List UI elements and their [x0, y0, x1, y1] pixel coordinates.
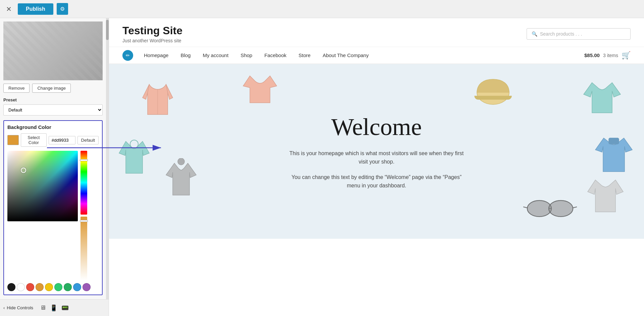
color-gradient[interactable]: [7, 151, 78, 221]
opacity-handle: [80, 220, 88, 222]
swatch-purple[interactable]: [83, 283, 91, 291]
color-hex-input[interactable]: [49, 136, 75, 144]
nav-bar: ✏ Homepage Blog My account Shop Facebook…: [109, 47, 644, 64]
hide-controls-label: Hide Controls: [7, 305, 33, 310]
nav-facebook[interactable]: Facebook: [258, 47, 292, 63]
close-button[interactable]: ✕: [3, 4, 14, 14]
clothing-hoodie-left: [112, 135, 156, 178]
edit-pencil-button[interactable]: ✏: [122, 50, 133, 61]
tablet-icon[interactable]: 📱: [50, 304, 57, 312]
color-swatches-row: [7, 283, 99, 291]
clothing-tshirt-bottomright: [584, 175, 627, 219]
clothing-figure-bottomleft: [159, 158, 203, 202]
svg-line-7: [523, 207, 527, 208]
left-panel: Remove Change image Preset Default Light…: [0, 18, 109, 316]
site-title-area: Testing Site Just another WordPress site: [122, 25, 182, 43]
hue-slider-container: [80, 151, 87, 280]
image-preview: [3, 21, 103, 80]
swatch-black[interactable]: [7, 283, 15, 291]
color-controls: Select Color Default: [7, 133, 99, 147]
hue-slider[interactable]: [80, 151, 87, 215]
site-header: Testing Site Just another WordPress site…: [109, 18, 644, 47]
clothing-polo-right: [590, 131, 637, 178]
swatch-yellow[interactable]: [45, 283, 53, 291]
hero-subtitle: This is your homepage which is what most…: [289, 149, 464, 166]
nav-homepage[interactable]: Homepage: [138, 47, 174, 63]
search-box[interactable]: 🔍 Search products . . .: [527, 28, 631, 40]
picker-circle: [21, 168, 26, 173]
nav-blog[interactable]: Blog: [174, 47, 197, 63]
swatch-red[interactable]: [26, 283, 34, 291]
color-swatch[interactable]: [7, 135, 19, 145]
hero-title: Welcome: [289, 113, 464, 141]
nav-about[interactable]: About The Company: [317, 47, 375, 63]
settings-button[interactable]: ⚙: [57, 3, 68, 15]
change-image-button[interactable]: Change image: [32, 84, 71, 93]
preset-select[interactable]: Default Light Dark Custom: [3, 104, 103, 116]
pencil-icon: ✏: [126, 53, 130, 58]
svg-rect-1: [609, 138, 619, 144]
nav-links: Homepage Blog My account Shop Facebook S…: [138, 47, 584, 63]
panel-bottom: ‹ Hide Controls 🖥 📱 📟: [0, 299, 109, 316]
swatch-white[interactable]: [17, 283, 25, 291]
background-color-section: Background Color Select Color Default: [3, 120, 103, 295]
cart-area: $85.00 3 items 🛒: [584, 51, 631, 60]
site-title: Testing Site: [122, 25, 182, 37]
default-color-button[interactable]: Default: [77, 136, 99, 144]
clothing-cap-top: [473, 74, 513, 108]
hero-section: Welcome This is your homepage which is w…: [109, 64, 644, 239]
desktop-icon[interactable]: 🖥: [40, 304, 46, 312]
cart-price: $85.00: [584, 52, 600, 58]
svg-point-3: [178, 158, 184, 165]
search-placeholder: Search products . . .: [540, 31, 582, 37]
top-bar: ✕ Publish ⚙: [0, 0, 644, 18]
background-color-title: Background Color: [7, 124, 99, 130]
clothing-sunglasses: [523, 195, 577, 222]
swatch-dark-green[interactable]: [64, 283, 72, 291]
search-icon: 🔍: [532, 31, 537, 37]
swatch-green[interactable]: [54, 283, 62, 291]
hero-note: You can change this text by editing the …: [289, 173, 464, 190]
preview-pattern: [3, 21, 103, 80]
select-color-button[interactable]: Select Color: [21, 133, 47, 147]
color-picker-area: [7, 151, 99, 280]
hero-content: Welcome This is your homepage which is w…: [276, 100, 477, 204]
nav-store[interactable]: Store: [292, 47, 317, 63]
hue-handle: [80, 159, 88, 161]
remove-image-button[interactable]: Remove: [3, 84, 30, 93]
device-icons: 🖥 📱 📟: [40, 304, 69, 312]
chevron-left-icon: ‹: [3, 305, 5, 310]
cart-items-count: 3 items: [603, 53, 618, 58]
nav-shop[interactable]: Shop: [234, 47, 258, 63]
site-tagline: Just another WordPress site: [122, 38, 182, 43]
main-layout: Remove Change image Preset Default Light…: [0, 18, 644, 316]
clothing-tshirt-top: [240, 71, 280, 108]
scroll-thumb: [106, 20, 109, 40]
preset-label: Preset: [3, 97, 103, 102]
hide-controls-button[interactable]: ‹ Hide Controls: [3, 305, 33, 310]
clothing-jacket-left: [136, 78, 179, 121]
swatch-blue[interactable]: [73, 283, 81, 291]
publish-button[interactable]: Publish: [18, 3, 53, 15]
image-buttons: Remove Change image: [3, 84, 103, 93]
mobile-icon[interactable]: 📟: [61, 304, 69, 312]
svg-line-8: [573, 207, 577, 208]
svg-point-2: [130, 140, 138, 148]
cart-icon[interactable]: 🛒: [622, 51, 631, 60]
website-preview: Testing Site Just another WordPress site…: [109, 18, 644, 316]
nav-my-account[interactable]: My account: [197, 47, 234, 63]
scroll-track: [106, 18, 109, 299]
panel-scroll: Remove Change image Preset Default Light…: [0, 18, 106, 299]
swatch-orange[interactable]: [36, 283, 44, 291]
clothing-shirt-topright: [580, 78, 624, 118]
opacity-slider[interactable]: [80, 217, 87, 280]
